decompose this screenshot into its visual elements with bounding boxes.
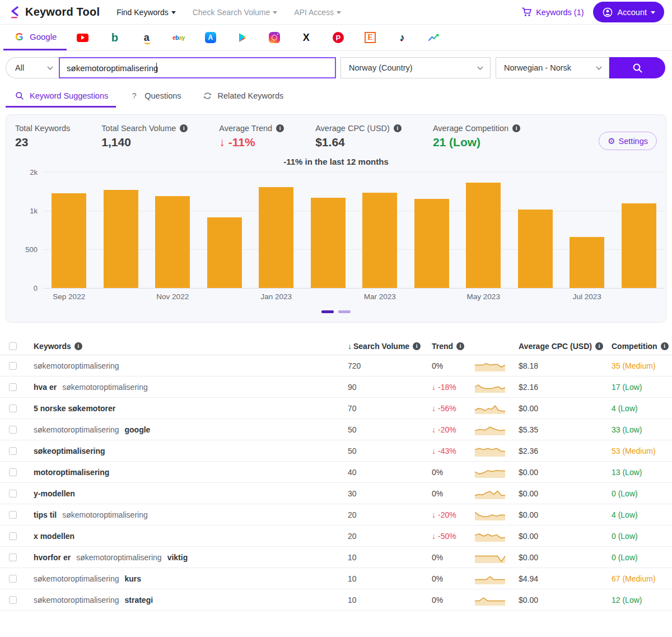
col-search-volume[interactable]: ↓ Search Volume i <box>348 342 432 351</box>
row-checkbox[interactable] <box>9 511 17 519</box>
trend-sparkline <box>474 424 519 436</box>
x-axis-label: Mar 2023 <box>364 292 396 301</box>
trend-sparkline <box>474 551 519 564</box>
table-row: x modellen20↓-50%$0.000 (Low) <box>0 526 672 547</box>
trend-cell: ↓-50% <box>432 532 474 541</box>
trend-sparkline <box>474 360 519 372</box>
sort-desc-icon: ↓ <box>348 342 352 351</box>
trend-cell: 0% <box>432 489 474 498</box>
scope-select[interactable]: All <box>6 57 59 78</box>
search-volume-cell: 10 <box>348 574 432 583</box>
select-all-checkbox[interactable] <box>9 342 17 350</box>
x-axis-label: Jul 2023 <box>573 292 601 301</box>
row-checkbox[interactable] <box>9 468 17 476</box>
search-input[interactable] <box>59 57 336 78</box>
search-volume-cell: 10 <box>348 596 432 605</box>
nav-item-api-access[interactable]: API Access <box>294 8 341 17</box>
keywords-cart-link[interactable]: Keywords (1) <box>521 6 584 18</box>
platform-tab-google[interactable]: GGoogle <box>3 25 67 50</box>
trend-cell: ↓-18% <box>432 383 474 392</box>
stat-value: $1.64 <box>315 136 402 149</box>
keyword-text: søkemotoroptimalisering <box>34 425 119 434</box>
row-checkbox[interactable] <box>9 383 17 391</box>
platform-tab-tiktok[interactable]: ♪ <box>386 25 418 50</box>
gear-icon: ⚙ <box>608 137 615 145</box>
platform-tab-etsy[interactable]: E <box>354 25 386 50</box>
country-select[interactable]: Norway (Country) <box>340 57 491 78</box>
competition-cell: 17 (Low) <box>612 383 672 392</box>
trend-value: 0% <box>432 489 443 498</box>
platform-tab-pinterest[interactable]: P <box>322 25 354 50</box>
row-checkbox[interactable] <box>9 596 17 604</box>
nav-item-check-search-volume[interactable]: Check Search Volume <box>193 8 278 17</box>
keyword-cell: motoroptimalisering <box>34 468 348 477</box>
keyword-text: motoroptimalisering <box>34 468 109 477</box>
top-navbar: Keyword Tool Find KeywordsCheck Search V… <box>0 0 672 25</box>
info-icon[interactable]: i <box>661 342 669 350</box>
row-checkbox[interactable] <box>9 426 17 434</box>
info-icon[interactable]: i <box>74 342 82 350</box>
platform-tab-ebay[interactable]: ebay <box>162 25 194 50</box>
platform-tab-amazon[interactable]: a <box>130 25 162 50</box>
info-icon[interactable]: i <box>276 124 284 132</box>
chart-gridline: 2k <box>43 172 665 173</box>
cpc-cell: $4.94 <box>519 574 612 583</box>
amazon-icon: a <box>141 32 152 44</box>
stat-label: Average Trendi <box>219 124 284 133</box>
chart-page-dash[interactable] <box>338 310 351 313</box>
search-button[interactable] <box>609 57 665 78</box>
stat-label: Total Keywords <box>15 124 70 133</box>
keyword-text: søkemotoroptimalisering <box>62 383 148 392</box>
info-icon[interactable]: i <box>180 124 188 132</box>
row-checkbox[interactable] <box>9 575 17 583</box>
info-icon[interactable]: i <box>595 342 603 350</box>
platform-tab-x-twitter[interactable]: X <box>290 25 322 50</box>
platform-tabs: GGooglebaebayAXPE♪ <box>0 25 672 51</box>
platform-tab-bing[interactable]: b <box>99 25 130 50</box>
tab-questions[interactable]: ?Questions <box>120 85 189 108</box>
table-row: 5 norske søkemotorer70↓-56%$0.004 (Low) <box>0 398 672 419</box>
row-checkbox[interactable] <box>9 490 17 497</box>
row-checkbox[interactable] <box>9 447 17 455</box>
platform-tab-play-store[interactable] <box>226 25 258 50</box>
keyword-text: kurs <box>125 574 142 583</box>
info-icon[interactable]: i <box>456 342 464 350</box>
platform-tab-youtube[interactable] <box>67 25 99 50</box>
cpc-cell: $5.35 <box>519 425 612 434</box>
chevron-down-icon <box>48 64 53 70</box>
platform-tab-app-store[interactable]: A <box>194 25 226 50</box>
keyword-text: google <box>125 425 151 434</box>
tab-related-keywords[interactable]: Related Keywords <box>194 85 292 108</box>
tab-keyword-suggestions[interactable]: Keyword Suggestions <box>6 85 116 108</box>
info-icon[interactable]: i <box>512 124 520 132</box>
language-select[interactable]: Norwegian - Norsk <box>496 57 609 78</box>
row-checkbox[interactable] <box>9 532 17 540</box>
settings-button[interactable]: ⚙ Settings <box>599 132 657 150</box>
keyword-text: søkeoptimalisering <box>34 447 105 455</box>
platform-tab-instagram[interactable] <box>258 25 290 50</box>
stat-value-text: -11% <box>228 136 255 149</box>
account-button[interactable]: Account <box>593 2 664 22</box>
chevron-down-icon <box>171 11 176 14</box>
chart-page-dash-active[interactable] <box>321 310 334 313</box>
tab-label: Keyword Suggestions <box>30 91 108 100</box>
chevron-down-icon <box>273 11 277 14</box>
keyword-text: hva er <box>34 383 57 392</box>
stat-label: Average Competitioni <box>433 124 520 133</box>
search-bar: All Norway (Country) Norwegian - Norsk <box>0 51 672 85</box>
info-icon[interactable]: i <box>394 124 402 132</box>
chart-bar <box>570 237 604 288</box>
row-checkbox[interactable] <box>9 404 17 412</box>
info-icon[interactable]: i <box>413 342 421 350</box>
trend-bar-chart: 05001k2k Sep 2022Nov 2022Jan 2023Mar 202… <box>43 172 665 304</box>
cart-icon <box>521 6 533 18</box>
keyword-text: hvorfor er <box>34 553 71 562</box>
row-checkbox[interactable] <box>9 362 17 370</box>
nav-item-find-keywords[interactable]: Find Keywords <box>116 8 176 17</box>
table-row: hvorfor ersøkemotoroptimaliseringviktig1… <box>0 547 672 568</box>
app-logo[interactable]: Keyword Tool <box>9 6 100 18</box>
stat-label-text: Average Trend <box>219 124 272 133</box>
platform-tab-trends[interactable] <box>418 25 450 50</box>
trend-down-icon: ↓ <box>432 425 436 434</box>
row-checkbox[interactable] <box>9 554 17 561</box>
